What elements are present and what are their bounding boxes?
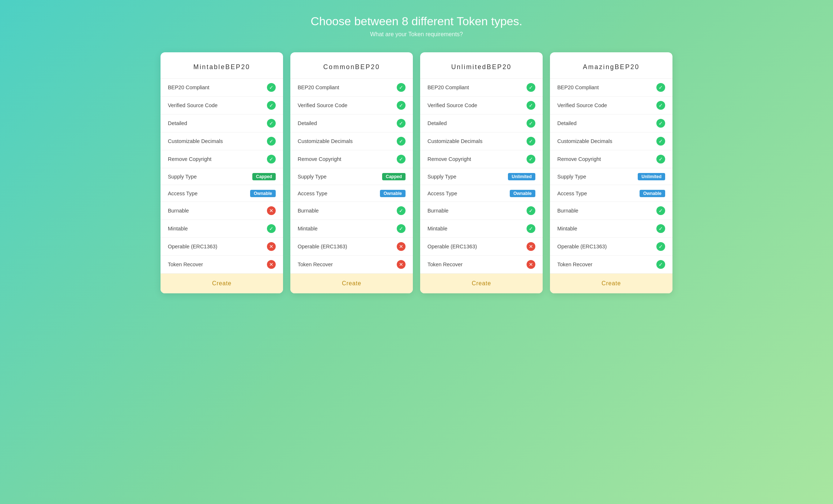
feature-name: Customizable Decimals xyxy=(298,138,353,144)
feature-row: Verified Source Code✓ xyxy=(420,97,543,114)
badge-ownable: Ownable xyxy=(510,190,535,197)
feature-name: Supply Type xyxy=(298,174,327,180)
feature-row: Verified Source Code✓ xyxy=(161,97,283,114)
features-list-unlimited: BEP20 Compliant✓Verified Source Code✓Det… xyxy=(420,79,543,274)
feature-value: ✓ xyxy=(656,260,665,269)
feature-value: ✓ xyxy=(397,119,406,128)
feature-row: Mintable✓ xyxy=(420,220,543,238)
feature-value: ✕ xyxy=(397,242,406,251)
feature-name: Burnable xyxy=(557,208,578,214)
feature-name: Token Recover xyxy=(168,262,203,267)
feature-name: Remove Copyright xyxy=(427,156,471,162)
feature-row: Burnable✓ xyxy=(290,202,413,220)
feature-row: BEP20 Compliant✓ xyxy=(161,79,283,97)
check-icon: ✓ xyxy=(656,224,665,233)
feature-row: Access TypeOwnable xyxy=(290,185,413,202)
card-title-common: CommonBEP20 xyxy=(290,52,413,79)
create-button-mintable[interactable]: Create xyxy=(161,274,283,293)
feature-name: Burnable xyxy=(298,208,319,214)
feature-value: ✓ xyxy=(267,101,276,110)
feature-value: Ownable xyxy=(510,190,535,197)
feature-name: Verified Source Code xyxy=(298,102,347,108)
card-amazing: AmazingBEP20BEP20 Compliant✓Verified Sou… xyxy=(550,52,672,293)
check-icon: ✓ xyxy=(397,101,406,110)
feature-name: Access Type xyxy=(427,191,457,196)
check-icon: ✓ xyxy=(656,155,665,163)
features-list-amazing: BEP20 Compliant✓Verified Source Code✓Det… xyxy=(550,79,672,274)
feature-value: ✓ xyxy=(267,119,276,128)
check-icon: ✓ xyxy=(267,83,276,92)
card-common: CommonBEP20BEP20 Compliant✓Verified Sour… xyxy=(290,52,413,293)
feature-row: BEP20 Compliant✓ xyxy=(550,79,672,97)
feature-value: ✓ xyxy=(397,224,406,233)
badge-ownable: Ownable xyxy=(640,190,665,197)
feature-value: ✓ xyxy=(267,155,276,163)
feature-value: Unlimited xyxy=(508,173,535,180)
check-icon: ✓ xyxy=(527,224,535,233)
feature-row: Burnable✕ xyxy=(161,202,283,220)
feature-name: BEP20 Compliant xyxy=(168,84,210,90)
card-title-unlimited: UnlimitedBEP20 xyxy=(420,52,543,79)
check-icon: ✓ xyxy=(397,224,406,233)
feature-name: Operable (ERC1363) xyxy=(168,244,217,249)
create-button-unlimited[interactable]: Create xyxy=(420,274,543,293)
check-icon: ✓ xyxy=(656,242,665,251)
feature-name: Mintable xyxy=(298,226,317,232)
feature-value: ✓ xyxy=(527,101,535,110)
feature-value: ✕ xyxy=(267,260,276,269)
feature-value: ✓ xyxy=(397,101,406,110)
create-button-amazing[interactable]: Create xyxy=(550,274,672,293)
feature-value: ✕ xyxy=(527,242,535,251)
feature-name: Burnable xyxy=(168,208,189,214)
check-icon: ✓ xyxy=(656,260,665,269)
feature-value: ✓ xyxy=(656,155,665,163)
feature-value: Ownable xyxy=(250,190,276,197)
feature-name: Supply Type xyxy=(557,174,586,180)
feature-row: Detailed✓ xyxy=(420,114,543,132)
feature-value: ✓ xyxy=(267,83,276,92)
create-button-common[interactable]: Create xyxy=(290,274,413,293)
feature-row: Burnable✓ xyxy=(550,202,672,220)
card-mintable: MintableBEP20BEP20 Compliant✓Verified So… xyxy=(161,52,283,293)
feature-name: Customizable Decimals xyxy=(168,138,223,144)
feature-row: Operable (ERC1363)✕ xyxy=(161,238,283,256)
feature-name: Access Type xyxy=(168,191,197,196)
feature-name: Remove Copyright xyxy=(298,156,341,162)
feature-value: ✓ xyxy=(527,155,535,163)
feature-row: Customizable Decimals✓ xyxy=(420,132,543,150)
check-icon: ✓ xyxy=(656,101,665,110)
feature-value: ✓ xyxy=(527,224,535,233)
badge-ownable: Ownable xyxy=(250,190,276,197)
feature-value: ✓ xyxy=(656,242,665,251)
feature-row: Customizable Decimals✓ xyxy=(161,132,283,150)
feature-row: Remove Copyright✓ xyxy=(290,150,413,168)
feature-value: ✕ xyxy=(267,242,276,251)
feature-name: Verified Source Code xyxy=(168,102,218,108)
check-icon: ✓ xyxy=(656,119,665,128)
feature-value: Capped xyxy=(252,173,276,180)
check-icon: ✓ xyxy=(527,155,535,163)
badge-ownable: Ownable xyxy=(380,190,406,197)
feature-value: Unlimited xyxy=(638,173,665,180)
check-icon: ✓ xyxy=(267,119,276,128)
feature-row: Mintable✓ xyxy=(550,220,672,238)
feature-name: Burnable xyxy=(427,208,449,214)
feature-row: Mintable✓ xyxy=(161,220,283,238)
feature-name: Verified Source Code xyxy=(557,102,607,108)
feature-value: ✓ xyxy=(397,83,406,92)
feature-row: Token Recover✕ xyxy=(161,256,283,274)
feature-row: Operable (ERC1363)✕ xyxy=(290,238,413,256)
card-unlimited: UnlimitedBEP20BEP20 Compliant✓Verified S… xyxy=(420,52,543,293)
feature-row: Access TypeOwnable xyxy=(550,185,672,202)
feature-value: ✓ xyxy=(397,155,406,163)
feature-name: BEP20 Compliant xyxy=(427,84,469,90)
feature-value: Ownable xyxy=(640,190,665,197)
feature-name: Operable (ERC1363) xyxy=(557,244,607,249)
check-icon: ✓ xyxy=(267,155,276,163)
feature-name: Operable (ERC1363) xyxy=(298,244,347,249)
feature-name: Token Recover xyxy=(557,262,592,267)
feature-row: Remove Copyright✓ xyxy=(550,150,672,168)
feature-name: BEP20 Compliant xyxy=(298,84,339,90)
check-icon: ✓ xyxy=(527,137,535,146)
feature-name: Verified Source Code xyxy=(427,102,477,108)
